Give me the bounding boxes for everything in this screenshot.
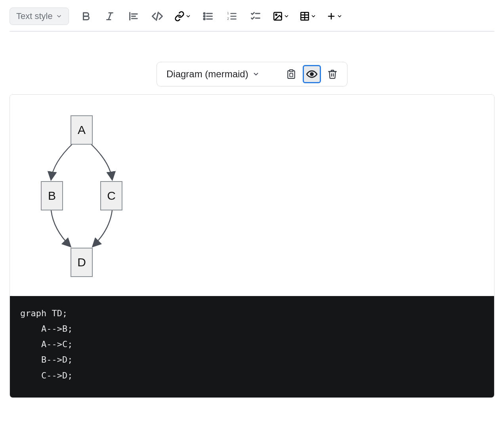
italic-button[interactable] xyxy=(103,10,116,23)
svg-point-31 xyxy=(311,73,313,76)
diagram-node-c: C xyxy=(100,181,122,210)
numbered-list-icon: 12 xyxy=(226,11,237,22)
table-icon xyxy=(300,11,310,21)
table-button[interactable] xyxy=(300,11,316,21)
numbered-list-button[interactable]: 12 xyxy=(225,10,239,23)
block-toolbar: Diagram (mermaid) xyxy=(157,62,347,86)
svg-point-13 xyxy=(204,18,205,20)
svg-point-12 xyxy=(204,15,205,17)
image-icon xyxy=(273,11,283,21)
text-style-dropdown[interactable]: Text style xyxy=(10,8,69,25)
eye-icon xyxy=(306,69,317,80)
code-icon xyxy=(151,10,163,22)
chevron-down-icon xyxy=(284,13,289,19)
editor-toolbar: Text style 12 xyxy=(10,6,494,29)
svg-point-22 xyxy=(275,14,277,15)
trash-icon xyxy=(327,69,338,79)
bold-icon xyxy=(81,11,91,21)
chevron-down-icon xyxy=(252,71,260,78)
text-style-label: Text style xyxy=(16,11,53,21)
diagram-node-a: A xyxy=(71,115,93,145)
diagram-block: A B C D graph TD; A-->B; A-->C; B-->D; C… xyxy=(10,94,494,398)
bullet-list-button[interactable] xyxy=(201,10,215,23)
diagram-node-b: B xyxy=(41,181,63,210)
diagram-node-d: D xyxy=(71,248,93,277)
toolbar-divider xyxy=(10,31,494,32)
code-button[interactable] xyxy=(151,10,164,23)
delete-block-button[interactable] xyxy=(323,65,342,83)
plus-icon xyxy=(326,11,336,21)
diagram-preview: A B C D xyxy=(10,95,494,296)
block-type-dropdown[interactable]: Diagram (mermaid) xyxy=(162,66,263,82)
svg-point-11 xyxy=(204,13,205,14)
chevron-down-icon xyxy=(311,13,316,19)
svg-text:2: 2 xyxy=(227,17,229,21)
svg-line-2 xyxy=(108,13,111,19)
chevron-down-icon xyxy=(185,13,191,19)
image-button[interactable] xyxy=(273,11,289,21)
checklist-icon xyxy=(250,11,261,22)
svg-rect-29 xyxy=(290,70,293,71)
svg-rect-30 xyxy=(290,73,293,77)
italic-icon xyxy=(105,11,115,21)
chevron-down-icon xyxy=(56,13,62,19)
align-left-icon xyxy=(128,11,139,22)
checklist-button[interactable] xyxy=(249,10,262,23)
link-button[interactable] xyxy=(174,11,191,21)
link-icon xyxy=(174,11,185,21)
bold-button[interactable] xyxy=(79,10,93,23)
svg-text:1: 1 xyxy=(227,11,229,15)
align-button[interactable] xyxy=(127,10,140,23)
preview-toggle-button[interactable] xyxy=(303,65,321,83)
bullet-list-icon xyxy=(202,11,214,22)
block-type-label: Diagram (mermaid) xyxy=(166,69,248,80)
chevron-down-icon xyxy=(337,13,342,19)
copy-code-button[interactable] xyxy=(282,65,300,83)
insert-button[interactable] xyxy=(326,11,342,21)
diagram-source[interactable]: graph TD; A-->B; A-->C; B-->D; C-->D; xyxy=(10,296,494,397)
svg-line-7 xyxy=(156,12,158,20)
clipboard-icon xyxy=(286,69,296,79)
